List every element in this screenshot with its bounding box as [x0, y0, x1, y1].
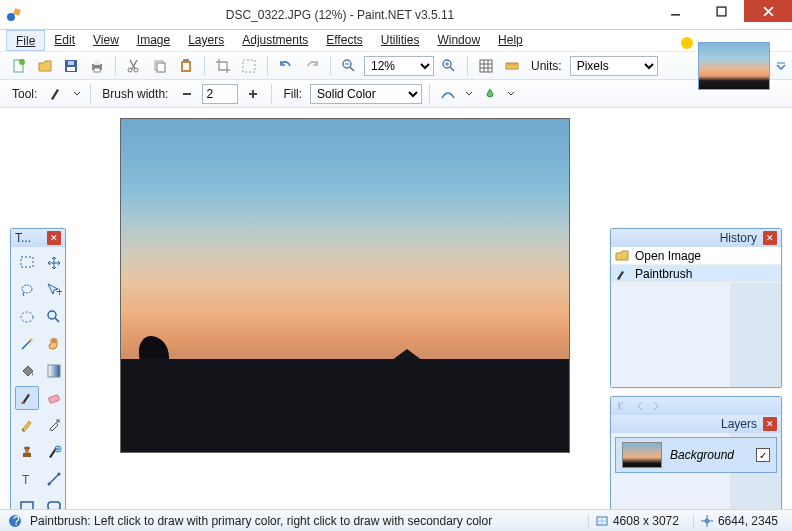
layer-row[interactable]: Background ✓	[615, 437, 777, 473]
canvas[interactable]	[120, 118, 570, 453]
tools-window[interactable]: T...✕ + T	[10, 228, 66, 509]
history-window-close-button[interactable]: ✕	[763, 231, 777, 245]
tool-eraser[interactable]	[42, 386, 66, 410]
menu-effects[interactable]: Effects	[317, 30, 371, 51]
tool-pan[interactable]	[42, 332, 66, 356]
layers-nav-next-icon[interactable]	[651, 401, 661, 411]
open-button[interactable]	[34, 55, 56, 77]
menu-utilities[interactable]: Utilities	[372, 30, 429, 51]
history-item[interactable]: Paintbrush	[611, 265, 781, 283]
zoom-in-button[interactable]	[438, 55, 460, 77]
statusbar: ? Paintbrush: Left click to draw with pr…	[0, 509, 792, 531]
tool-ellipse-select[interactable]	[15, 305, 39, 329]
print-button[interactable]	[86, 55, 108, 77]
redo-button[interactable]	[301, 55, 323, 77]
menu-view[interactable]: View	[84, 30, 128, 51]
svg-point-16	[134, 68, 138, 72]
tool-rectangle[interactable]	[15, 494, 39, 509]
history-window[interactable]: History✕ Open Image Paintbrush	[610, 228, 782, 388]
svg-rect-52	[23, 453, 31, 457]
svg-rect-18	[157, 63, 165, 72]
tool-magic-wand[interactable]	[15, 332, 39, 356]
brushwidth-decrease-button[interactable]	[176, 83, 198, 105]
layers-nav-prev-icon[interactable]	[635, 401, 645, 411]
antialias-button[interactable]	[437, 83, 459, 105]
svg-rect-10	[67, 67, 75, 71]
brushwidth-input[interactable]	[202, 84, 238, 104]
history-item[interactable]: Open Image	[611, 247, 781, 265]
brushwidth-increase-button[interactable]	[242, 83, 264, 105]
tool-clone-stamp[interactable]	[15, 440, 39, 464]
svg-rect-22	[243, 60, 255, 72]
history-window-title: History	[615, 231, 763, 245]
open-image-icon	[615, 249, 629, 263]
tool-zoom[interactable]	[42, 305, 66, 329]
image-thumbnail-preview[interactable]	[698, 42, 770, 90]
menu-image[interactable]: Image	[128, 30, 179, 51]
layers-window-close-button[interactable]: ✕	[763, 417, 777, 431]
tool-lasso-select[interactable]	[15, 278, 39, 302]
cut-button[interactable]	[123, 55, 145, 77]
paintbrush-icon	[615, 267, 629, 281]
grid-button[interactable]	[475, 55, 497, 77]
menu-adjustments[interactable]: Adjustments	[233, 30, 317, 51]
zoom-select[interactable]: 12%	[364, 56, 434, 76]
history-item-label: Open Image	[635, 249, 701, 263]
thumbnail-more-button[interactable]	[774, 60, 788, 74]
svg-rect-61	[48, 502, 60, 509]
layer-visible-checkbox[interactable]: ✓	[756, 448, 770, 462]
tool-line[interactable]	[42, 467, 66, 491]
crop-button[interactable]	[212, 55, 234, 77]
tool-move-selection[interactable]	[42, 251, 66, 275]
tool-gradient[interactable]	[42, 359, 66, 383]
svg-rect-39	[183, 93, 191, 95]
blend-button[interactable]	[479, 83, 501, 105]
svg-point-46	[48, 311, 56, 319]
svg-rect-60	[21, 502, 33, 509]
tool-pencil[interactable]	[15, 413, 39, 437]
minimize-button[interactable]	[652, 0, 698, 22]
deselect-button[interactable]	[238, 55, 260, 77]
svg-rect-20	[183, 63, 189, 70]
titlebar: DSC_0322.JPG (12%) - Paint.NET v3.5.11	[0, 0, 792, 30]
close-button[interactable]	[744, 0, 792, 22]
tool-move-pixels[interactable]: +	[42, 278, 66, 302]
copy-button[interactable]	[149, 55, 171, 77]
tool-text[interactable]: T	[15, 467, 39, 491]
fill-select[interactable]: Solid Color	[310, 84, 422, 104]
paste-button[interactable]	[175, 55, 197, 77]
save-button[interactable]	[60, 55, 82, 77]
units-select[interactable]: Pixels	[570, 56, 658, 76]
tool-dropdown-button[interactable]	[71, 83, 83, 105]
tool-rounded-rectangle[interactable]	[42, 494, 66, 509]
menu-file[interactable]: File	[6, 30, 45, 51]
tool-options-toolbar: Tool: Brush width: Fill: Solid Color	[0, 80, 792, 108]
layers-nav-first-icon[interactable]	[617, 401, 629, 411]
ruler-button[interactable]	[501, 55, 523, 77]
layers-nav	[611, 397, 781, 415]
tool-rectangle-select[interactable]	[15, 251, 39, 275]
tool-label: Tool:	[8, 87, 41, 101]
svg-point-54	[24, 447, 30, 450]
menu-edit[interactable]: Edit	[45, 30, 84, 51]
svg-rect-11	[68, 61, 74, 65]
menu-window[interactable]: Window	[428, 30, 489, 51]
svg-text:?: ?	[13, 514, 20, 528]
tool-paintbrush[interactable]	[15, 386, 39, 410]
zoom-out-button[interactable]	[338, 55, 360, 77]
tool-recolor[interactable]	[42, 440, 66, 464]
menu-layers[interactable]: Layers	[179, 30, 233, 51]
antialias-dropdown-button[interactable]	[463, 83, 475, 105]
tool-paint-bucket[interactable]	[15, 359, 39, 383]
undo-button[interactable]	[275, 55, 297, 77]
tool-color-picker[interactable]	[42, 413, 66, 437]
new-button[interactable]	[8, 55, 30, 77]
layers-window[interactable]: Layers✕ Background ✓ +	[610, 396, 782, 509]
current-tool-button[interactable]	[45, 83, 67, 105]
blend-dropdown-button[interactable]	[505, 83, 517, 105]
maximize-button[interactable]	[698, 0, 744, 22]
menu-help[interactable]: Help	[489, 30, 532, 51]
brushwidth-label: Brush width:	[98, 87, 172, 101]
help-icon[interactable]: ?	[8, 514, 22, 528]
tools-window-close-button[interactable]: ✕	[47, 231, 61, 245]
